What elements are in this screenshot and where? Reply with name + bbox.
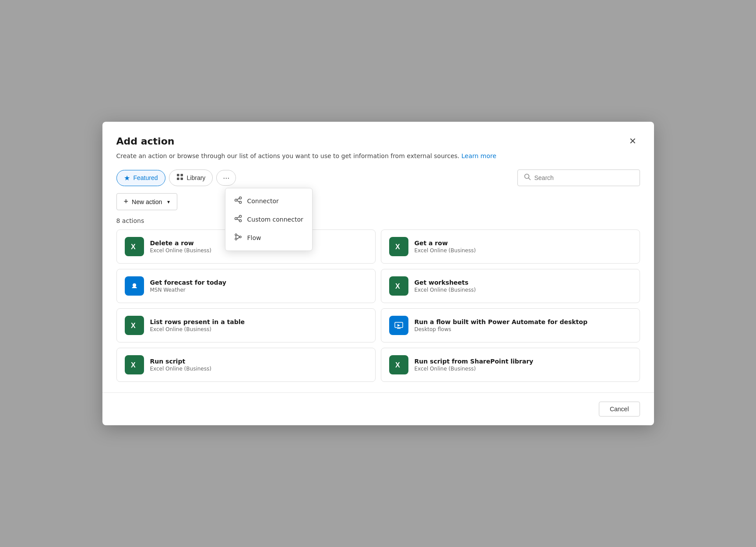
add-action-modal: Add action ✕ Create an action or browse … (102, 122, 654, 425)
svg-point-14 (235, 234, 237, 236)
new-action-button[interactable]: + New action ▾ (116, 193, 178, 210)
flow-label: Flow (247, 234, 261, 241)
svg-rect-2 (177, 178, 179, 180)
action-name: Run a flow built with Power Automate for… (415, 318, 587, 325)
svg-text:X: X (395, 361, 400, 369)
tab-library-label: Library (187, 174, 206, 181)
svg-point-9 (235, 218, 237, 220)
action-source: Desktop flows (415, 326, 587, 332)
close-button[interactable]: ✕ (626, 134, 640, 148)
action-name: Run script (150, 358, 211, 365)
action-source: Excel Online (Business) (150, 247, 211, 254)
svg-line-18 (237, 235, 239, 237)
action-card-run-script[interactable]: X Run script Excel Online (Business) (116, 348, 376, 382)
svg-line-21 (528, 178, 530, 180)
svg-point-15 (239, 236, 241, 238)
action-info-list-rows: List rows present in a table Excel Onlin… (150, 318, 245, 332)
flow-icon (234, 233, 242, 243)
action-name: Get forecast for today (150, 279, 226, 286)
svg-text:X: X (131, 243, 136, 251)
action-source: Excel Online (Business) (415, 287, 476, 293)
action-source: Excel Online (Business) (415, 247, 476, 254)
action-info-run-desktop-flow: Run a flow built with Power Automate for… (415, 318, 587, 332)
more-options-button[interactable]: ··· (216, 170, 236, 186)
action-info-delete-row: Delete a row Excel Online (Business) (150, 240, 211, 254)
svg-text:X: X (395, 243, 400, 251)
action-name: Get a row (415, 240, 476, 247)
dropdown-item-flow[interactable]: Flow (225, 229, 312, 247)
action-card-get-worksheets[interactable]: X Get worksheets Excel Online (Business) (381, 269, 640, 303)
learn-more-link[interactable]: Learn more (461, 152, 496, 159)
star-icon: ★ (124, 174, 130, 182)
svg-point-4 (235, 199, 237, 201)
modal-title: Add action (116, 136, 175, 147)
ellipsis-icon: ··· (223, 174, 229, 182)
action-icon-run-script: X (125, 355, 144, 374)
dropdown-menu: Connector Custom connector (225, 188, 313, 251)
svg-text:X: X (395, 282, 400, 290)
tabs-row: ★ Featured Library ··· (116, 169, 236, 186)
action-info-get-worksheets: Get worksheets Excel Online (Business) (415, 279, 476, 293)
action-card-run-script-sharepoint[interactable]: X Run script from SharePoint library Exc… (381, 348, 640, 382)
action-source: Excel Online (Business) (150, 366, 211, 372)
svg-point-6 (239, 201, 241, 204)
action-card-get-forecast[interactable]: Get forecast for today MSN Weather (116, 269, 376, 303)
action-name: Delete a row (150, 240, 211, 247)
action-icon-get-row: X (389, 237, 408, 256)
action-card-run-desktop-flow[interactable]: Run a flow built with Power Automate for… (381, 308, 640, 342)
tab-library[interactable]: Library (169, 169, 213, 186)
search-icon (524, 173, 531, 182)
action-icon-run-script-sharepoint: X (389, 355, 408, 374)
new-action-label: New action (132, 198, 162, 205)
svg-text:X: X (131, 322, 136, 329)
grid-icon (176, 173, 183, 182)
action-card-list-rows[interactable]: X List rows present in a table Excel Onl… (116, 308, 376, 342)
search-box (517, 169, 640, 186)
cancel-button[interactable]: Cancel (599, 402, 640, 416)
svg-text:X: X (131, 361, 136, 369)
action-info-get-forecast: Get forecast for today MSN Weather (150, 279, 226, 293)
action-info-run-script-sharepoint: Run script from SharePoint library Excel… (415, 358, 534, 372)
svg-line-19 (237, 237, 239, 239)
action-name: List rows present in a table (150, 318, 245, 325)
custom-connector-label: Custom connector (247, 216, 303, 223)
tab-featured[interactable]: ★ Featured (116, 170, 165, 186)
action-icon-get-worksheets: X (389, 276, 408, 296)
chevron-down-icon: ▾ (167, 199, 170, 205)
svg-point-10 (239, 215, 241, 218)
actions-grid: X Delete a row Excel Online (Business) X… (102, 229, 654, 392)
action-name: Run script from SharePoint library (415, 358, 534, 365)
modal-footer: Cancel (102, 392, 654, 425)
svg-point-27 (133, 283, 136, 287)
svg-point-11 (239, 220, 241, 222)
actions-count: 8 actions (102, 214, 654, 229)
action-info-get-row: Get a row Excel Online (Business) (415, 240, 476, 254)
svg-point-16 (235, 238, 237, 240)
modal-subtitle: Create an action or browse through our l… (116, 152, 640, 161)
plus-icon: + (124, 197, 129, 206)
action-card-get-row[interactable]: X Get a row Excel Online (Business) (381, 229, 640, 264)
svg-line-7 (237, 198, 239, 200)
action-icon-delete-row: X (125, 237, 144, 256)
search-input[interactable] (534, 174, 633, 181)
connector-icon (234, 196, 242, 206)
svg-rect-1 (180, 174, 183, 176)
svg-rect-0 (177, 174, 179, 176)
action-icon-run-desktop-flow (389, 316, 408, 335)
action-name: Get worksheets (415, 279, 476, 286)
svg-line-13 (237, 219, 239, 220)
svg-line-12 (237, 217, 239, 218)
action-icon-list-rows: X (125, 316, 144, 335)
new-action-section: + New action ▾ (102, 193, 654, 214)
modal-header: Add action ✕ Create an action or browse … (102, 122, 654, 161)
action-source: Excel Online (Business) (150, 326, 245, 332)
dropdown-item-custom-connector[interactable]: Custom connector (225, 210, 312, 229)
action-icon-get-forecast (125, 276, 144, 296)
action-source: MSN Weather (150, 287, 226, 293)
close-icon: ✕ (629, 136, 636, 146)
svg-point-5 (239, 197, 241, 199)
custom-connector-icon (234, 215, 242, 224)
dropdown-item-connector[interactable]: Connector (225, 192, 312, 210)
tab-featured-label: Featured (134, 174, 158, 181)
svg-rect-3 (180, 178, 183, 180)
